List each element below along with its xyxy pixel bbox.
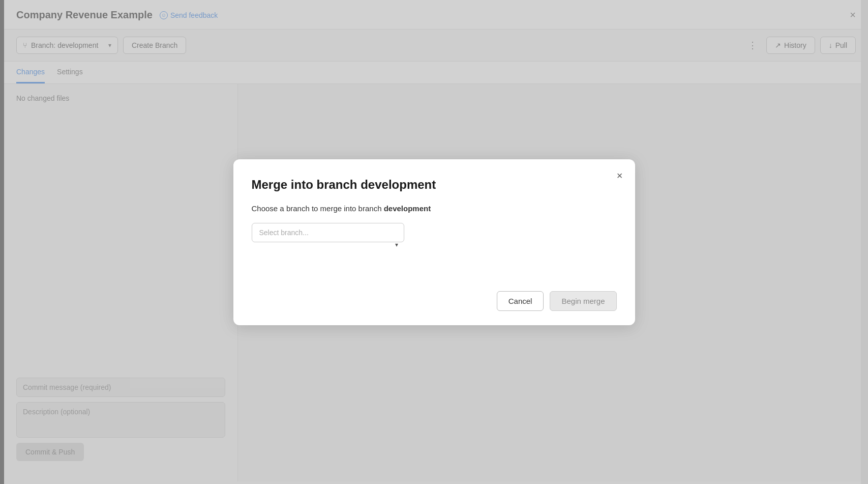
begin-merge-button[interactable]: Begin merge	[550, 291, 616, 311]
branch-select-wrapper: Select branch... ▾	[252, 223, 404, 267]
modal-overlay: × Merge into branch development Choose a…	[0, 0, 868, 484]
modal-close-button[interactable]: ×	[615, 168, 625, 183]
modal-description: Choose a branch to merge into branch dev…	[252, 204, 617, 213]
cancel-button[interactable]: Cancel	[497, 291, 544, 311]
merge-modal: × Merge into branch development Choose a…	[233, 159, 635, 325]
modal-description-prefix: Choose a branch to merge into branch	[252, 204, 384, 213]
branch-select[interactable]: Select branch...	[252, 223, 404, 242]
select-arrow-icon: ▾	[395, 241, 398, 248]
modal-branch-name: development	[384, 204, 431, 213]
modal-title: Merge into branch development	[252, 178, 617, 192]
modal-footer: Cancel Begin merge	[252, 291, 617, 311]
